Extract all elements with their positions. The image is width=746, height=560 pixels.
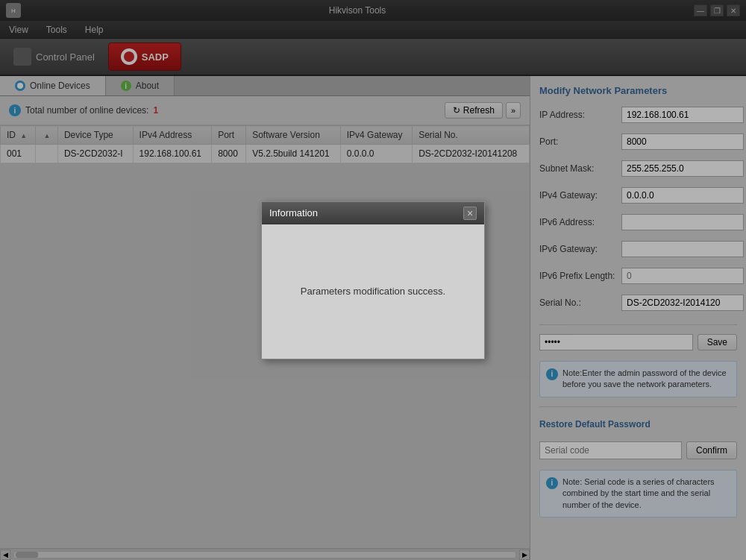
modal-body: Parameters modification success. — [262, 224, 484, 359]
modal-overlay[interactable]: Information × Parameters modification su… — [0, 0, 746, 560]
modal-header: Information × — [262, 202, 484, 224]
information-modal: Information × Parameters modification su… — [261, 201, 485, 359]
modal-message: Parameters modification success. — [301, 286, 445, 297]
modal-close-button[interactable]: × — [463, 207, 477, 220]
modal-title: Information — [269, 207, 318, 218]
